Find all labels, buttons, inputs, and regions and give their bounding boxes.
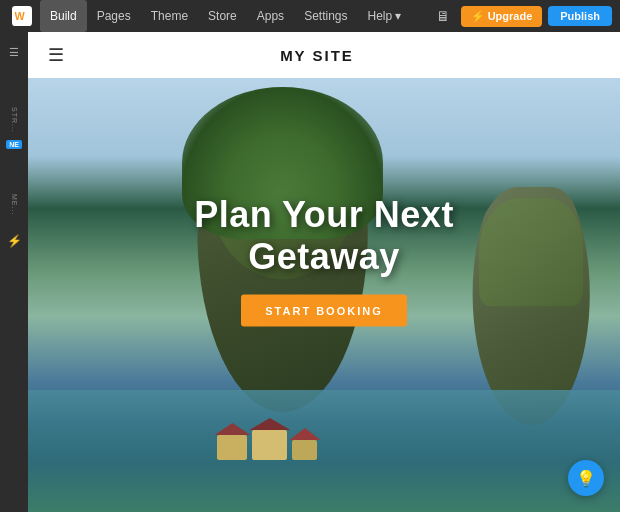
- nav-tab-build[interactable]: Build: [40, 0, 87, 32]
- top-navigation-bar: W Build Pages Theme Store Apps Settings …: [0, 0, 620, 32]
- publish-button[interactable]: Publish: [548, 6, 612, 26]
- hero-section: Plan Your Next Getaway START BOOKING 💡: [28, 78, 620, 512]
- house-2: [252, 430, 287, 460]
- preview-icon[interactable]: 🖥: [431, 6, 455, 26]
- house-1: [217, 435, 247, 460]
- hero-overlay: Plan Your Next Getaway START BOOKING: [28, 194, 620, 327]
- nav-tab-apps[interactable]: Apps: [247, 0, 294, 32]
- left-sidebar: ☰ STR... NE ME... ⚡: [0, 32, 28, 512]
- hero-structures: [217, 420, 337, 460]
- hero-cta-button[interactable]: START BOOKING: [241, 295, 406, 327]
- hamburger-icon: ☰: [9, 46, 19, 59]
- topbar-right-actions: 🖥 ⚡ Upgrade Publish: [431, 6, 612, 27]
- site-hamburger-icon[interactable]: ☰: [48, 44, 64, 66]
- nav-tab-pages[interactable]: Pages: [87, 0, 141, 32]
- canvas-area: ☰ MY SITE: [28, 32, 620, 512]
- weebly-logo[interactable]: W: [8, 2, 36, 30]
- nav-tab-help[interactable]: Help ▾: [357, 0, 411, 32]
- hero-title: Plan Your Next Getaway: [28, 194, 620, 277]
- fab-button[interactable]: 💡: [568, 460, 604, 496]
- house-3: [292, 440, 317, 460]
- nav-tab-settings[interactable]: Settings: [294, 0, 357, 32]
- site-header: ☰ MY SITE: [28, 32, 620, 78]
- sidebar-item-menu[interactable]: ☰: [2, 40, 26, 64]
- svg-text:W: W: [15, 10, 26, 22]
- nav-tab-store[interactable]: Store: [198, 0, 247, 32]
- media-label: ME...: [11, 194, 18, 215]
- hero-title-line2: Getaway: [28, 235, 620, 276]
- hero-title-line1: Plan Your Next: [28, 194, 620, 235]
- new-badge: NE: [6, 140, 22, 149]
- sidebar-new-badge-area: NE: [2, 140, 26, 149]
- sidebar-item-str[interactable]: STR...: [2, 108, 26, 132]
- sidebar-item-flash[interactable]: ⚡: [2, 229, 26, 253]
- nav-tab-theme[interactable]: Theme: [141, 0, 198, 32]
- site-title: MY SITE: [280, 47, 354, 64]
- flash-icon: ⚡: [7, 234, 22, 248]
- main-area: ☰ STR... NE ME... ⚡ ☰ MY SITE: [0, 32, 620, 512]
- fab-icon: 💡: [576, 469, 596, 488]
- sidebar-item-me[interactable]: ME...: [2, 193, 26, 217]
- upgrade-button[interactable]: ⚡ Upgrade: [461, 6, 543, 27]
- structure-label: STR...: [11, 107, 18, 133]
